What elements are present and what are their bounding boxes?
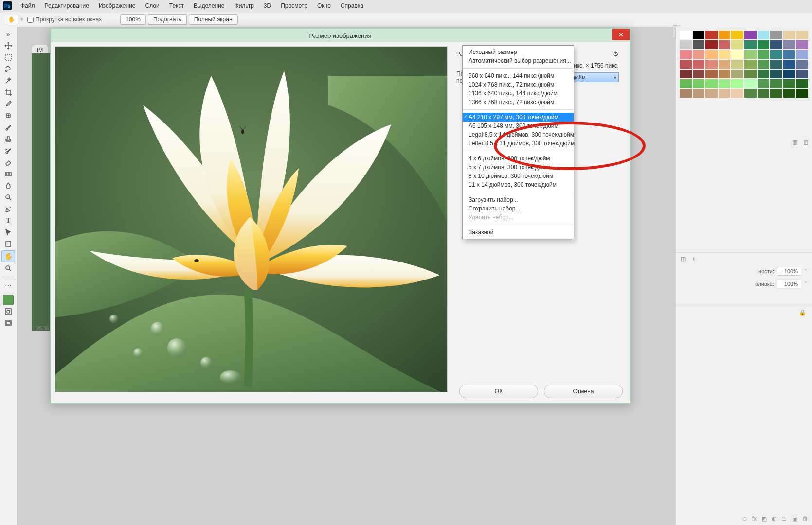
new-layer-icon[interactable]: ▣ bbox=[792, 515, 797, 522]
swatch[interactable] bbox=[719, 60, 731, 69]
swatch[interactable] bbox=[731, 79, 743, 88]
swatch[interactable] bbox=[770, 60, 782, 69]
swatch[interactable] bbox=[744, 89, 757, 98]
menu-view[interactable]: Просмотр bbox=[276, 2, 312, 9]
menu-layers[interactable]: Слои bbox=[141, 2, 164, 9]
zoom-level[interactable]: 100% bbox=[120, 14, 146, 25]
dropdown-item[interactable]: Legal 8,5 x 14 дюймов, 300 точек/дюйм bbox=[463, 130, 574, 139]
swatch[interactable] bbox=[680, 50, 692, 59]
move-tool[interactable] bbox=[2, 40, 15, 51]
delete-icon[interactable]: 🗑 bbox=[802, 515, 808, 522]
menu-select[interactable]: Выделение bbox=[189, 2, 230, 9]
swatch[interactable] bbox=[705, 70, 718, 78]
magic-wand-tool[interactable] bbox=[2, 75, 15, 86]
ok-button[interactable]: ОК bbox=[459, 385, 538, 398]
dropdown-item[interactable]: 8 x 10 дюймов, 300 точек/дюйм bbox=[463, 172, 574, 180]
swatch[interactable] bbox=[731, 60, 743, 69]
dropdown-item[interactable]: Letter 8,5 x 11 дюймов, 300 точек/дюйм bbox=[463, 139, 574, 148]
swatch[interactable] bbox=[693, 79, 705, 88]
gear-icon[interactable]: ⚙ bbox=[613, 50, 619, 58]
swatch[interactable] bbox=[693, 70, 705, 78]
fit-button[interactable]: Подогнать bbox=[148, 14, 187, 25]
swatch[interactable] bbox=[719, 50, 731, 59]
swatch[interactable] bbox=[796, 60, 808, 69]
type-tool[interactable]: T bbox=[2, 215, 15, 226]
close-button[interactable]: ✕ bbox=[612, 29, 630, 40]
swatch[interactable] bbox=[693, 50, 705, 59]
swatch[interactable] bbox=[758, 89, 770, 98]
dropdown-item[interactable]: 11 x 14 дюймов, 300 точек/дюйм bbox=[463, 180, 574, 189]
bracket-icon[interactable]: ⟬ bbox=[692, 256, 695, 262]
swatch[interactable] bbox=[719, 70, 731, 78]
swatch[interactable] bbox=[680, 79, 692, 88]
eraser-tool[interactable] bbox=[2, 157, 15, 168]
swatch[interactable] bbox=[796, 70, 808, 78]
menu-filter[interactable]: Фильтр bbox=[230, 2, 259, 9]
swatch[interactable] bbox=[719, 31, 731, 39]
swatch[interactable] bbox=[758, 70, 770, 78]
swatch[interactable] bbox=[705, 50, 718, 59]
pen-tool[interactable] bbox=[2, 204, 15, 214]
zoom-tool[interactable] bbox=[2, 263, 15, 274]
swatch[interactable] bbox=[680, 60, 692, 69]
cancel-button[interactable]: Отмена bbox=[544, 385, 623, 398]
swatch[interactable] bbox=[680, 40, 692, 49]
swatch[interactable] bbox=[796, 89, 808, 98]
swatch[interactable] bbox=[783, 70, 795, 78]
gradient-tool[interactable] bbox=[2, 169, 15, 179]
trash-icon[interactable]: 🗑 bbox=[803, 139, 809, 146]
dropdown-item[interactable]: Исходный размер bbox=[463, 48, 574, 56]
quickmask-icon[interactable] bbox=[2, 306, 15, 317]
swatch[interactable] bbox=[770, 89, 782, 98]
foreground-color[interactable] bbox=[3, 295, 14, 305]
fullscreen-button[interactable]: Полный экран bbox=[189, 14, 238, 25]
eyedropper-tool[interactable] bbox=[2, 99, 15, 109]
swatch[interactable] bbox=[719, 89, 731, 98]
crop-tool[interactable] bbox=[2, 87, 15, 98]
swatch[interactable] bbox=[758, 31, 770, 39]
swatch[interactable] bbox=[783, 79, 795, 88]
swatch[interactable] bbox=[731, 31, 743, 39]
swatch[interactable] bbox=[783, 60, 795, 69]
dropdown-item[interactable]: 960 x 640 пикс., 144 пикс./дюйм bbox=[463, 71, 574, 80]
healing-tool[interactable] bbox=[2, 110, 15, 121]
swatch[interactable] bbox=[705, 40, 718, 49]
swatch[interactable] bbox=[731, 70, 743, 78]
swatch[interactable] bbox=[731, 50, 743, 59]
blur-tool[interactable] bbox=[2, 180, 15, 191]
swatch[interactable] bbox=[796, 79, 808, 88]
menu-image[interactable]: Изображение bbox=[94, 2, 141, 9]
dropdown-item[interactable]: 1136 x 640 пикс., 144 пикс./дюйм bbox=[463, 89, 574, 98]
path-select-tool[interactable] bbox=[2, 227, 15, 238]
swatch[interactable] bbox=[731, 89, 743, 98]
mask-icon[interactable]: ◩ bbox=[761, 515, 767, 522]
swatch[interactable] bbox=[693, 60, 705, 69]
dropdown-item[interactable]: Загрузить набор... bbox=[463, 195, 574, 204]
menu-window[interactable]: Окно bbox=[312, 2, 336, 9]
swatch[interactable] bbox=[758, 50, 770, 59]
swatch[interactable] bbox=[744, 40, 757, 49]
dropdown-item[interactable]: 1366 x 768 пикс., 72 пикс./дюйм bbox=[463, 98, 574, 106]
swatch[interactable] bbox=[770, 40, 782, 49]
link-icon[interactable]: ⬭ bbox=[742, 515, 747, 522]
dropdown-item[interactable]: 4 x 6 дюймов, 300 точек/дюйм bbox=[463, 154, 574, 163]
swatch[interactable] bbox=[796, 50, 808, 59]
fx-icon[interactable]: fx bbox=[752, 515, 757, 522]
swatch[interactable] bbox=[719, 40, 731, 49]
swatch[interactable] bbox=[705, 31, 718, 39]
swatch[interactable] bbox=[744, 70, 757, 78]
dropdown-item[interactable]: Заказной bbox=[463, 228, 574, 237]
dropdown-item[interactable]: 5 x 7 дюймов, 300 точек/дюйм bbox=[463, 163, 574, 172]
dodge-tool[interactable] bbox=[2, 192, 15, 203]
swatch[interactable] bbox=[758, 79, 770, 88]
swatch[interactable] bbox=[744, 79, 757, 88]
menu-file[interactable]: Файл bbox=[16, 2, 40, 9]
swatch[interactable] bbox=[744, 50, 757, 59]
stamp-tool[interactable] bbox=[2, 134, 15, 144]
adjustment-icon[interactable]: ◐ bbox=[772, 515, 776, 522]
folder-icon[interactable]: 🗀 bbox=[781, 515, 787, 522]
swatch[interactable] bbox=[758, 60, 770, 69]
swatch[interactable] bbox=[744, 60, 757, 69]
swatch[interactable] bbox=[796, 31, 808, 39]
opacity-value[interactable]: 100% bbox=[777, 267, 801, 276]
